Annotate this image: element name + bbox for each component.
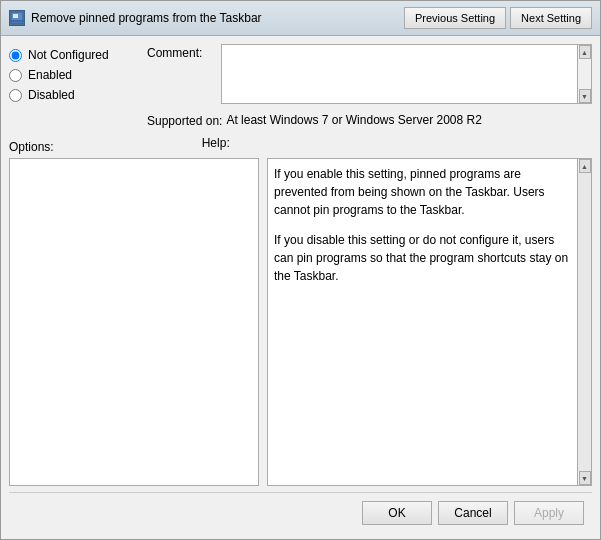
comment-scrollbar: ▲ ▼ [578, 44, 592, 104]
comment-label: Comment: [147, 44, 217, 60]
policy-dialog: Remove pinned programs from the Taskbar … [0, 0, 601, 540]
radio-enabled[interactable]: Enabled [9, 68, 139, 82]
options-label: Options: [9, 140, 54, 154]
previous-setting-button[interactable]: Previous Setting [404, 7, 506, 29]
supported-label: Supported on: [147, 112, 222, 128]
svg-rect-2 [13, 14, 18, 18]
help-paragraph-2: If you disable this setting or do not co… [274, 231, 571, 285]
right-panel: Comment: ▲ ▼ Supported on: At least Wind… [147, 44, 592, 128]
navigation-buttons: Previous Setting Next Setting [404, 7, 592, 29]
left-panel: Not Configured Enabled Disabled [9, 44, 139, 128]
radio-disabled-label: Disabled [28, 88, 75, 102]
ok-button[interactable]: OK [362, 501, 432, 525]
scroll-up-arrow: ▲ [579, 45, 591, 59]
radio-not-configured-input[interactable] [9, 49, 22, 62]
radio-enabled-label: Enabled [28, 68, 72, 82]
dialog-icon [9, 10, 25, 26]
options-box [9, 158, 259, 486]
radio-enabled-input[interactable] [9, 69, 22, 82]
comment-input[interactable] [221, 44, 578, 104]
help-box-wrapper: If you enable this setting, pinned progr… [267, 158, 592, 486]
help-scroll-up: ▲ [579, 159, 591, 173]
dialog-title: Remove pinned programs from the Taskbar [31, 11, 398, 25]
radio-group: Not Configured Enabled Disabled [9, 44, 139, 106]
svg-rect-1 [11, 21, 23, 24]
cancel-button[interactable]: Cancel [438, 501, 508, 525]
top-section: Not Configured Enabled Disabled Comment: [9, 44, 592, 128]
help-scroll-down: ▼ [579, 471, 591, 485]
scroll-down-arrow: ▼ [579, 89, 591, 103]
radio-disabled[interactable]: Disabled [9, 88, 139, 102]
next-setting-button[interactable]: Next Setting [510, 7, 592, 29]
radio-disabled-input[interactable] [9, 89, 22, 102]
comment-wrapper: ▲ ▼ [221, 44, 592, 104]
help-content: If you enable this setting, pinned progr… [268, 159, 577, 485]
help-label: Help: [202, 136, 230, 150]
middle-section: If you enable this setting, pinned progr… [9, 158, 592, 486]
dialog-body: Not Configured Enabled Disabled Comment: [1, 36, 600, 539]
comment-row: Comment: ▲ ▼ [147, 44, 592, 104]
apply-button[interactable]: Apply [514, 501, 584, 525]
title-bar: Remove pinned programs from the Taskbar … [1, 1, 600, 36]
help-section: If you enable this setting, pinned progr… [267, 158, 592, 486]
supported-row: Supported on: At least Windows 7 or Wind… [147, 112, 592, 128]
help-scrollbar: ▲ ▼ [577, 159, 591, 485]
help-scroll-track [578, 173, 591, 471]
radio-not-configured-label: Not Configured [28, 48, 109, 62]
help-paragraph-1: If you enable this setting, pinned progr… [274, 165, 571, 219]
bottom-buttons: OK Cancel Apply [9, 492, 592, 531]
radio-not-configured[interactable]: Not Configured [9, 48, 139, 62]
supported-value: At least Windows 7 or Windows Server 200… [226, 113, 481, 127]
options-row: Options: Help: [9, 136, 592, 154]
